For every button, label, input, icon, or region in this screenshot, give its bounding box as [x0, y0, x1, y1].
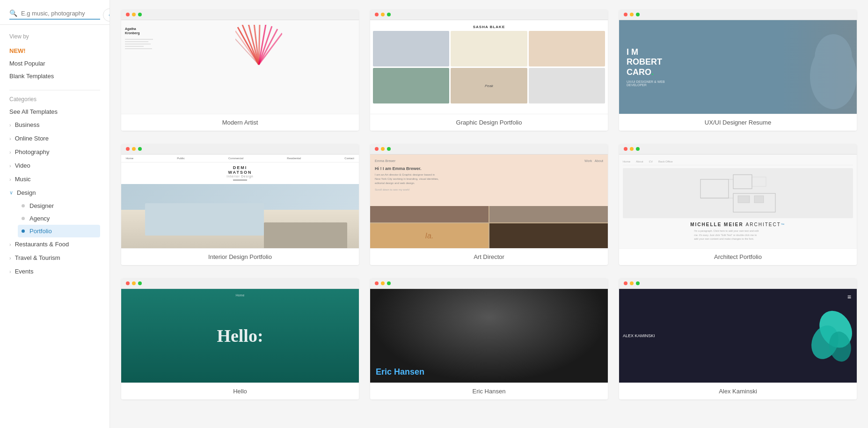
template-card-graphic-design-portfolio[interactable]: SASHA BLAKE Peak Graphic Design Portfoli…	[370, 9, 608, 131]
uxui-subtitle: UX/UI DESIGNER & WEBDEVELOPER	[627, 80, 665, 87]
alex-name: ALEX KAMINSKI	[623, 333, 655, 338]
ad-links: Work About	[584, 159, 603, 162]
browser-chrome	[121, 278, 359, 289]
face-svg	[782, 20, 857, 114]
chevron-down-icon: ∨	[9, 190, 13, 196]
ad-description: I am an Art director & Graphic designer …	[375, 173, 603, 185]
browser-chrome	[619, 9, 857, 20]
dot-icon	[22, 217, 25, 220]
template-card-interior-design-portfolio[interactable]: Home Public Commercial Residential Conta…	[121, 144, 359, 265]
template-card-architect-portfolio[interactable]: Home About CV Back Office	[619, 144, 857, 265]
template-preview: AgathaKronberg	[121, 20, 359, 114]
window-close-dot	[624, 281, 627, 285]
gdp-name: SASHA BLAKE	[373, 23, 605, 31]
search-section: 🔍	[0, 0, 109, 25]
template-card-hello[interactable]: Home Hello: Hello	[121, 278, 359, 399]
window-minimize-dot	[630, 147, 634, 151]
categories-section: Categories See All Templates › Business …	[0, 96, 109, 278]
preview-content: Emma Brewer Work About Hi ! I am Emma Br…	[370, 155, 608, 248]
sidebar-item-travel-tourism[interactable]: › Travel & Tourism	[9, 251, 100, 265]
sidebar-item-restaurants-food[interactable]: › Restaurants & Food	[9, 237, 100, 251]
fan-shape-svg	[235, 25, 282, 72]
template-card-modern-artist[interactable]: AgathaKronberg	[121, 9, 359, 131]
sidebar-divider-1	[9, 90, 100, 90]
main-content: AgathaKronberg	[110, 0, 868, 428]
left-panel: AgathaKronberg	[125, 25, 162, 51]
template-card-art-director[interactable]: Emma Brewer Work About Hi ! I am Emma Br…	[370, 144, 608, 265]
interior-name: DEMI	[121, 165, 359, 170]
hello-nav: Home	[121, 294, 359, 297]
view-by-section: View by NEW! Most Popular Blank Template…	[0, 25, 109, 84]
nav-contact: Contact	[344, 157, 354, 160]
template-label: Interior Design Portfolio	[121, 248, 359, 265]
window-close-dot	[624, 147, 627, 151]
art-director-top: Emma Brewer Work About Hi ! I am Emma Br…	[370, 155, 608, 206]
ad-img-2	[489, 206, 608, 222]
template-card-eric-hansen[interactable]: Eric Hansen Eric Hansen	[370, 278, 608, 399]
window-close-dot	[126, 281, 130, 285]
sidebar-item-label: Video	[15, 162, 30, 169]
arch-name-section: MICHELLE MEIER ARCHITECT™ I'm a paragrap…	[690, 222, 786, 244]
chevron-right-icon: ›	[9, 177, 11, 182]
ad-nav: Emma Brewer Work About	[375, 159, 603, 162]
gdp-grid: Peak	[373, 31, 605, 103]
ad-name: Emma Brewer	[375, 159, 395, 162]
browser-chrome	[370, 144, 608, 155]
template-preview: SASHA BLAKE Peak	[370, 20, 608, 114]
window-maximize-dot	[138, 13, 142, 16]
window-minimize-dot	[132, 13, 136, 16]
sidebar-item-portfolio[interactable]: Portfolio	[18, 225, 100, 237]
chevron-right-icon: ›	[9, 136, 11, 141]
window-maximize-dot	[387, 147, 391, 151]
uxui-accent: .	[651, 67, 654, 77]
sidebar-item-online-store[interactable]: › Online Store	[9, 132, 100, 145]
view-by-blank-templates[interactable]: Blank Templates	[9, 70, 100, 82]
template-preview: Home About CV Back Office	[619, 155, 857, 248]
sidebar-item-design[interactable]: ∨ Design	[9, 186, 100, 199]
interior-subtitle: Interior Design	[121, 175, 359, 178]
view-by-most-popular[interactable]: Most Popular	[9, 57, 100, 70]
sidebar-item-business[interactable]: › Business	[9, 118, 100, 132]
nav-home: Home	[623, 160, 630, 163]
ad-headline: Hi ! I am Emma Brewer.	[375, 166, 603, 171]
sidebar-item-events[interactable]: › Events	[9, 265, 100, 278]
template-preview: Home Public Commercial Residential Conta…	[121, 155, 359, 248]
alex-nav-top: ≡	[847, 293, 851, 301]
search-input[interactable]	[21, 10, 100, 17]
eric-name: Eric Hansen	[376, 367, 424, 377]
window-maximize-dot	[636, 147, 640, 151]
sidebar-item-photography[interactable]: › Photography	[9, 145, 100, 159]
preview-content: AgathaKronberg	[121, 20, 359, 114]
templates-grid: AgathaKronberg	[121, 9, 857, 399]
chevron-right-icon: ›	[9, 122, 11, 128]
text-line	[125, 48, 152, 49]
nav-residential: Residential	[287, 157, 301, 160]
template-preview: I M ROBERT CARO. UX/UI DESIGNER & WEBDEV…	[619, 20, 857, 114]
hello-text: Hello:	[217, 325, 263, 346]
template-card-uxui-designer-resume[interactable]: I M ROBERT CARO. UX/UI DESIGNER & WEBDEV…	[619, 9, 857, 131]
svg-rect-14	[733, 175, 752, 189]
dot-active-icon	[22, 229, 25, 233]
sidebar-item-music[interactable]: › Music	[9, 172, 100, 186]
sidebar-item-label: Business	[15, 121, 40, 128]
sub-item-label: Designer	[29, 202, 54, 209]
interior-divider	[233, 180, 247, 180]
template-card-alex-kaminski[interactable]: ≡ ALEX KAMINSKI Alex Kaminski	[619, 278, 857, 399]
chevron-right-icon: ›	[9, 255, 11, 261]
window-maximize-dot	[387, 13, 391, 16]
browser-chrome	[121, 9, 359, 20]
arch-trademark: ™	[781, 223, 786, 227]
see-all-templates-link[interactable]: See All Templates	[9, 105, 100, 118]
sidebar-item-designer[interactable]: Designer	[18, 199, 100, 212]
browser-chrome	[121, 144, 359, 155]
text-line	[125, 39, 153, 40]
view-by-new[interactable]: NEW!	[9, 44, 100, 57]
template-label: Hello	[121, 383, 359, 399]
sidebar-item-video[interactable]: › Video	[9, 159, 100, 172]
window-maximize-dot	[636, 281, 640, 285]
sidebar-item-label: Online Store	[15, 135, 49, 142]
text-line	[125, 41, 148, 42]
uxui-line3: CARO	[627, 67, 651, 77]
sidebar-item-agency[interactable]: Agency	[18, 212, 100, 225]
window-minimize-dot	[132, 147, 136, 151]
